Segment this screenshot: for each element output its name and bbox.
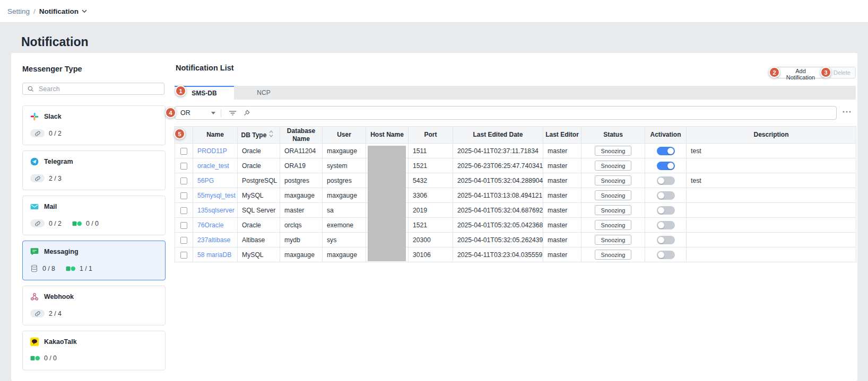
cell-db-type: PostgreSQL — [238, 173, 280, 188]
cell-last-editor: master — [543, 144, 581, 158]
activation-toggle[interactable] — [657, 236, 675, 244]
row-checkbox[interactable] — [180, 237, 187, 244]
top-bar: Setting / Notification — [0, 0, 868, 23]
notification-name-link[interactable]: 58 mariaDB — [197, 251, 231, 259]
cell-select — [175, 173, 193, 188]
breadcrumb-current-dropdown[interactable]: Notification — [39, 7, 87, 15]
notification-name-link[interactable]: oracle_test — [197, 162, 229, 170]
row-checkbox[interactable] — [180, 178, 187, 184]
table-row: 237altibaseAltibasemydbsys203002025-04-0… — [175, 233, 856, 247]
cell-select — [175, 247, 193, 262]
group-icon — [30, 355, 40, 361]
filter-icon[interactable] — [229, 110, 237, 116]
status-button[interactable]: Snoozing — [595, 146, 632, 156]
annotation-badge-2: 2 — [769, 67, 780, 78]
notification-name-link[interactable]: 237altibase — [197, 236, 230, 244]
row-checkbox[interactable] — [180, 163, 187, 170]
messaging-icon — [30, 247, 39, 256]
status-button[interactable]: Snoozing — [595, 161, 632, 171]
messenger-card-slack[interactable]: Slack0 / 2 — [22, 105, 166, 145]
telegram-icon — [30, 157, 39, 166]
cell-status: Snoozing — [581, 173, 645, 188]
messenger-label: Slack — [44, 113, 62, 120]
cell-last-edited-date: 2025-04-11T03:23:04.035559 — [453, 247, 543, 262]
table-row: 58 mariaDBMySQLmaxgaugemaxgauge10.10.46.… — [175, 247, 856, 262]
cell-description — [687, 203, 856, 218]
cell-description — [687, 247, 856, 262]
cell-port: 20300 — [409, 233, 453, 247]
pin-icon[interactable] — [243, 109, 250, 117]
messenger-list: Slack0 / 2Telegram2 / 3Mail0 / 20 / 0Mes… — [22, 105, 166, 376]
notification-name-link[interactable]: 55mysql_test — [197, 192, 236, 199]
status-button[interactable]: Snoozing — [595, 175, 632, 185]
status-button[interactable]: Snoozing — [595, 205, 632, 215]
status-button[interactable]: Snoozing — [595, 235, 632, 245]
row-checkbox[interactable] — [180, 148, 187, 155]
tab-ncp[interactable]: NCP — [234, 86, 293, 100]
row-checkbox[interactable] — [180, 252, 187, 259]
cell-db-type: SQL Server — [238, 203, 280, 218]
activation-toggle[interactable] — [657, 191, 675, 200]
messenger-card-webhook[interactable]: Webhook2 / 4 — [22, 286, 166, 325]
delete-button[interactable]: Delete — [828, 67, 856, 78]
table-row: PROD11POracleORA11204maxgauge15112025-04… — [175, 144, 856, 158]
cell-db-type: Oracle — [238, 158, 280, 173]
notification-table: NameDB TypeDatabase NameUserHost NamePor… — [175, 126, 856, 262]
activation-toggle[interactable] — [657, 221, 675, 229]
activation-toggle[interactable] — [657, 176, 675, 185]
col-host-name: Host Name — [366, 127, 409, 144]
filter-operator-select[interactable]: OR — [175, 109, 220, 117]
database-icon — [30, 264, 38, 272]
messenger-stat: 0 / 0 — [30, 355, 57, 362]
messenger-type-title: Messenger Type — [22, 65, 82, 73]
row-checkbox[interactable] — [180, 192, 187, 199]
cell-name: 56PG — [193, 173, 238, 188]
notification-name-link[interactable]: 135sqlserver — [197, 207, 235, 214]
cell-db-type: MySQL — [238, 247, 280, 262]
notification-name-link[interactable]: 76Oracle — [197, 221, 223, 229]
cell-select — [175, 218, 193, 233]
annotation-badge-1: 1 — [175, 85, 186, 96]
filter-bar: OR — [175, 106, 837, 120]
messenger-stat: 0 / 0 — [72, 220, 99, 227]
search-input[interactable] — [38, 85, 160, 93]
activation-toggle[interactable] — [657, 251, 675, 259]
page-title: Notification — [21, 35, 89, 49]
more-options-icon[interactable] — [843, 111, 851, 113]
notification-name-link[interactable]: 56PG — [197, 177, 214, 184]
status-button[interactable]: Snoozing — [595, 250, 632, 260]
cell-status: Snoozing — [581, 188, 645, 203]
tab-ncp-label: NCP — [257, 89, 270, 96]
table-row: 135sqlserverSQL Servermastersa20192025-0… — [175, 203, 856, 218]
cell-last-edited-date: 2025-04-01T05:32:04.687692 — [453, 203, 543, 218]
activation-toggle[interactable] — [657, 206, 675, 215]
cell-port: 3306 — [409, 188, 453, 203]
link-icon — [34, 311, 41, 317]
activation-toggle[interactable] — [657, 162, 675, 170]
messenger-card-messaging[interactable]: Messaging0 / 81 / 1 — [22, 241, 166, 280]
breadcrumb-setting-link[interactable]: Setting — [7, 7, 30, 15]
cell-database-name: maxgauge — [280, 247, 323, 262]
add-notification-button[interactable]: Add Notification — [777, 67, 824, 78]
cell-db-type: MySQL — [238, 188, 280, 203]
activation-toggle[interactable] — [657, 147, 675, 155]
messenger-card-mail[interactable]: Mail0 / 20 / 0 — [22, 196, 166, 235]
table-row: 76OracleOracleorclqsexemone15212025-04-0… — [175, 218, 856, 233]
cell-status: Snoozing — [581, 218, 645, 233]
messenger-card-telegram[interactable]: Telegram2 / 3 — [22, 150, 166, 190]
mail-icon — [30, 202, 39, 211]
notification-name-link[interactable]: PROD11P — [197, 147, 227, 155]
search-icon — [27, 85, 34, 92]
row-checkbox[interactable] — [180, 222, 187, 229]
messenger-card-kakaotalk[interactable]: KakaoTalk0 / 0 — [22, 331, 166, 370]
status-button[interactable]: Snoozing — [595, 190, 632, 200]
cell-name: 237altibase — [193, 233, 238, 247]
status-button[interactable]: Snoozing — [595, 220, 632, 230]
cell-select — [175, 233, 193, 247]
row-checkbox[interactable] — [180, 207, 187, 214]
cell-description — [687, 218, 856, 233]
col-db-type[interactable]: DB Type — [238, 127, 280, 144]
cell-name: 55mysql_test — [193, 188, 238, 203]
search-box[interactable] — [22, 83, 164, 95]
cell-port: 5432 — [409, 173, 453, 188]
